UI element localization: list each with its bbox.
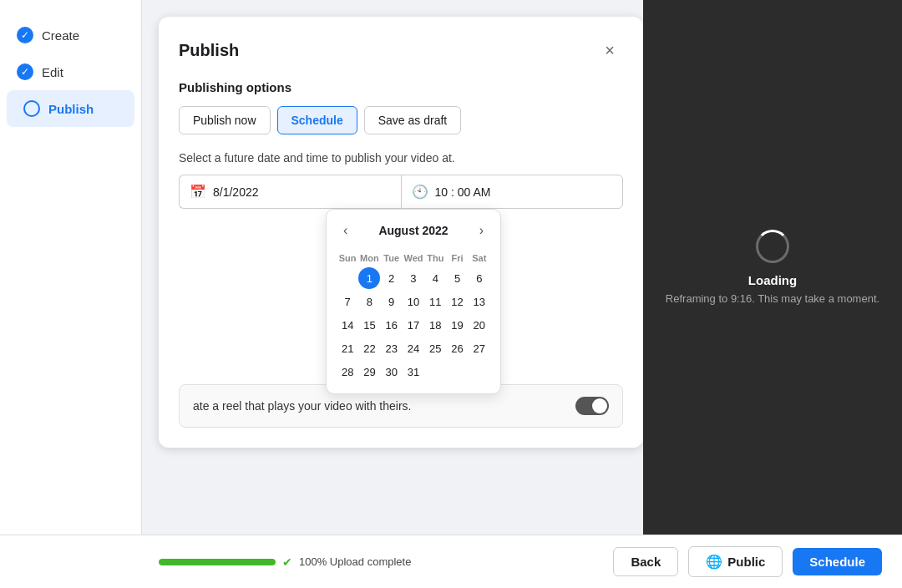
tab-schedule[interactable]: Schedule: [277, 106, 357, 134]
back-button[interactable]: Back: [613, 547, 678, 576]
cal-day-19[interactable]: 19: [447, 314, 469, 336]
calendar-grid: Sun Mon Tue Wed Thu Fri Sat 1 2 3 4 5 6 …: [337, 250, 490, 383]
cal-day-17[interactable]: 17: [403, 314, 424, 336]
calendar-header: ‹ August 2022 ›: [337, 220, 490, 241]
cal-day-21[interactable]: 21: [337, 337, 358, 359]
cal-empty-2: [424, 361, 446, 383]
dialog-title: Publish: [179, 41, 239, 60]
sidebar-item-edit[interactable]: ✓ Edit: [0, 53, 141, 90]
cal-day-31[interactable]: 31: [403, 361, 424, 383]
cal-day-11[interactable]: 11: [424, 291, 446, 312]
cal-empty-1: [337, 267, 358, 289]
cal-day-2[interactable]: 2: [381, 267, 403, 289]
cal-day-14[interactable]: 14: [337, 314, 358, 336]
prev-month-button[interactable]: ‹: [337, 220, 354, 241]
schedule-button[interactable]: Schedule: [793, 548, 882, 575]
sidebar-label-publish: Publish: [48, 102, 94, 116]
tab-group: Publish now Schedule Save as draft: [179, 106, 623, 134]
progress-bar-bg: [159, 559, 276, 565]
cal-day-6[interactable]: 6: [469, 267, 490, 289]
date-input[interactable]: [213, 185, 391, 199]
clock-icon: 🕙: [412, 184, 428, 200]
publishing-options-label: Publishing options: [179, 80, 623, 94]
cal-day-27[interactable]: 27: [469, 337, 490, 359]
day-name-mon: Mon: [358, 250, 380, 266]
reel-text: ate a reel that plays your video with th…: [193, 399, 411, 413]
day-name-sat: Sat: [469, 250, 490, 266]
close-button[interactable]: ×: [596, 37, 623, 63]
cal-day-29[interactable]: 29: [358, 361, 380, 383]
calendar-popup: ‹ August 2022 › Sun Mon Tue Wed Thu Fri …: [326, 209, 501, 394]
cal-day-20[interactable]: 20: [469, 314, 490, 336]
day-name-sun: Sun: [337, 250, 358, 266]
cal-day-30[interactable]: 30: [381, 361, 403, 383]
public-label: Public: [727, 555, 765, 569]
time-field[interactable]: 🕙: [401, 175, 624, 209]
dialog-header: Publish ×: [179, 37, 623, 63]
progress-area: ✔ 100% Upload complete: [159, 555, 411, 569]
check-icon-edit: ✓: [17, 63, 33, 80]
circle-icon-publish: [23, 100, 40, 117]
cal-day-25[interactable]: 25: [424, 337, 446, 359]
cal-day-3[interactable]: 3: [403, 267, 424, 289]
globe-icon: 🌐: [706, 554, 722, 570]
calendar-month-year: August 2022: [378, 224, 448, 237]
cal-empty-3: [447, 361, 469, 383]
cal-day-4[interactable]: 4: [424, 267, 446, 289]
cal-day-22[interactable]: 22: [358, 337, 380, 359]
cal-day-28[interactable]: 28: [337, 361, 358, 383]
progress-bar-fill: [159, 559, 276, 565]
cal-day-10[interactable]: 10: [403, 291, 424, 312]
calendar-icon: 📅: [190, 184, 206, 200]
reel-toggle[interactable]: [575, 397, 609, 415]
day-name-tue: Tue: [381, 250, 403, 266]
next-month-button[interactable]: ›: [473, 220, 490, 241]
upload-check-icon: ✔: [282, 555, 292, 569]
public-button[interactable]: 🌐 Public: [688, 546, 783, 577]
loading-spinner: [756, 230, 789, 263]
cal-day-8[interactable]: 8: [358, 291, 380, 312]
cal-day-13[interactable]: 13: [469, 291, 490, 312]
day-name-wed: Wed: [403, 250, 424, 266]
loading-text: Loading: [748, 273, 797, 287]
tab-save-draft[interactable]: Save as draft: [364, 106, 462, 134]
cal-day-23[interactable]: 23: [381, 337, 403, 359]
cal-day-12[interactable]: 12: [447, 291, 469, 312]
publish-dialog: Publish × Publishing options Publish now…: [159, 17, 643, 448]
day-name-fri: Fri: [446, 250, 468, 266]
select-date-text: Select a future date and time to publish…: [179, 151, 623, 165]
cal-day-5[interactable]: 5: [447, 267, 469, 289]
tab-publish-now[interactable]: Publish now: [179, 106, 271, 134]
cal-day-26[interactable]: 26: [447, 337, 469, 359]
cal-day-16[interactable]: 16: [381, 314, 403, 336]
progress-label: 100% Upload complete: [299, 555, 411, 568]
sidebar-label-create: Create: [42, 28, 79, 43]
sidebar-item-create[interactable]: ✓ Create: [0, 17, 141, 53]
sidebar-label-edit: Edit: [42, 65, 63, 79]
day-name-thu: Thu: [424, 250, 446, 266]
cal-day-1[interactable]: 1: [358, 267, 380, 289]
sidebar-item-publish[interactable]: Publish: [7, 90, 134, 127]
date-field[interactable]: 📅: [179, 175, 401, 209]
cal-day-15[interactable]: 15: [358, 314, 380, 336]
datetime-row: 📅 🕙: [179, 175, 623, 209]
cal-day-18[interactable]: 18: [424, 314, 446, 336]
toggle-knob: [592, 398, 607, 413]
right-panel: Loading Reframing to 9:16. This may take…: [643, 0, 902, 535]
cal-day-9[interactable]: 9: [381, 291, 403, 312]
loading-sub: Reframing to 9:16. This may take a momen…: [666, 292, 879, 305]
time-input[interactable]: [435, 185, 613, 199]
cal-day-24[interactable]: 24: [403, 337, 424, 359]
check-icon-create: ✓: [17, 27, 33, 43]
cal-empty-4: [469, 361, 490, 383]
sidebar: ✓ Create ✓ Edit Publish: [0, 0, 142, 588]
bottom-bar: ✔ 100% Upload complete Back 🌐 Public Sch…: [0, 535, 902, 588]
cal-day-7[interactable]: 7: [337, 291, 358, 312]
content-area: Publish × Publishing options Publish now…: [142, 0, 902, 464]
